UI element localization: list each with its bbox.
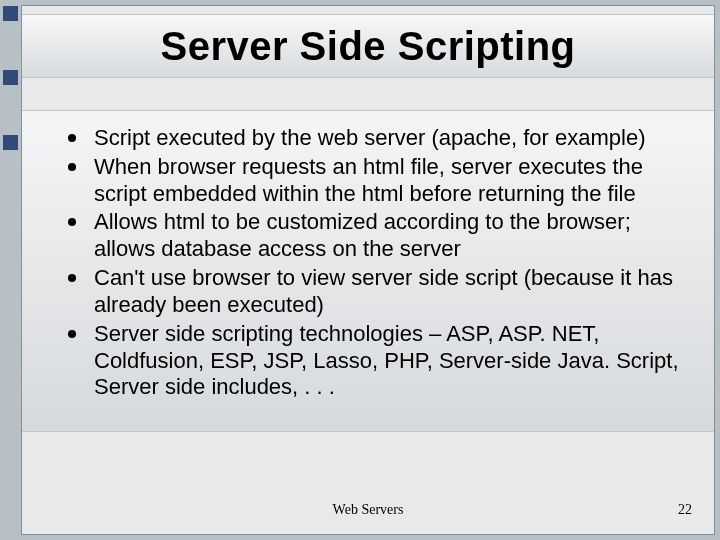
footer: Web Servers 22 [22,500,714,520]
list-item: When browser requests an html file, serv… [68,154,690,208]
list-item: Script executed by the web server (apach… [68,125,690,152]
accent-square-2 [3,70,18,85]
slide-container: Server Side Scripting Script executed by… [21,5,715,535]
body-band: Script executed by the web server (apach… [22,110,714,432]
bullet-list: Script executed by the web server (apach… [68,125,690,401]
accent-square-3 [3,135,18,150]
title-band: Server Side Scripting [22,14,714,78]
list-item: Server side scripting technologies – ASP… [68,321,690,401]
list-item: Can't use browser to view server side sc… [68,265,690,319]
slide-title: Server Side Scripting [160,24,575,69]
list-item: Allows html to be customized according t… [68,209,690,263]
page-number: 22 [678,502,692,518]
footer-center-text: Web Servers [333,502,404,518]
accent-square-1 [3,6,18,21]
